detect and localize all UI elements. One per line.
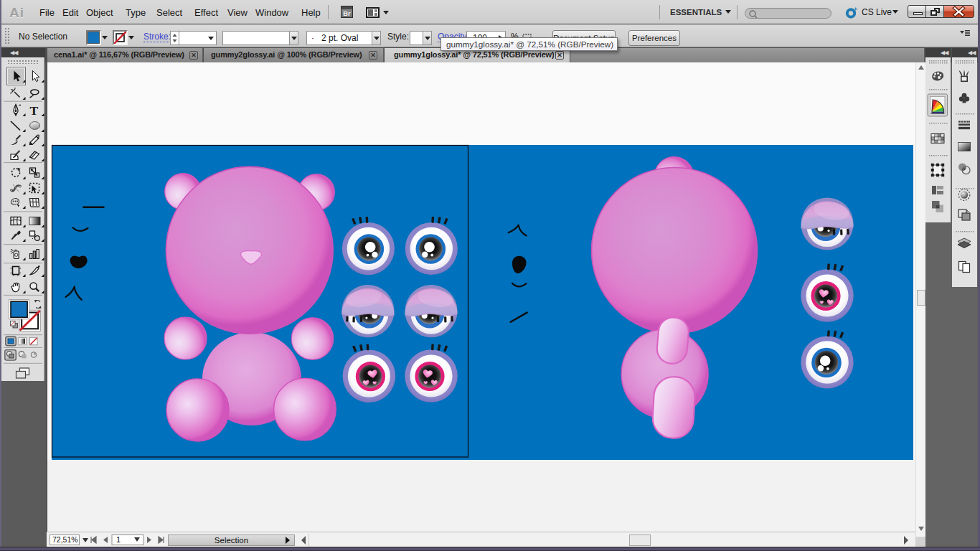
- svg-text:1: 1: [116, 535, 121, 544]
- svg-text:T: T: [30, 103, 39, 118]
